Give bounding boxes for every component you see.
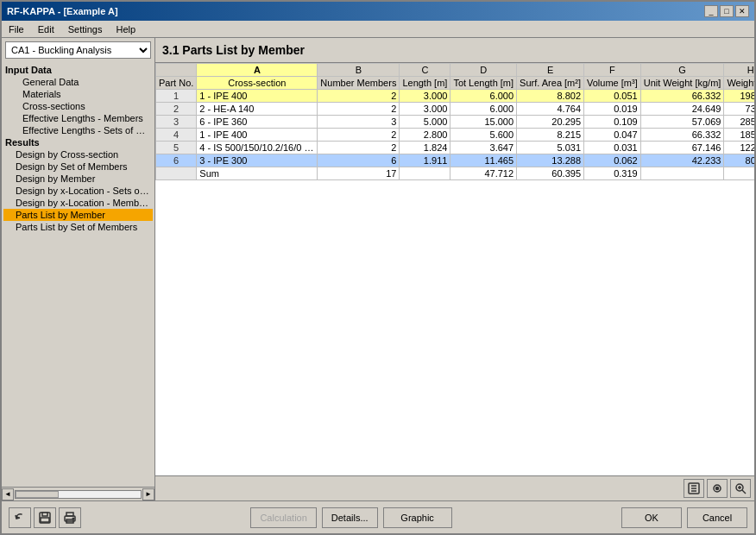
parts-table: A B C D E F G H I Part No. Cross-s xyxy=(155,63,754,180)
cell-tot-length: 5.600 xyxy=(450,129,517,142)
menu-settings[interactable]: Settings xyxy=(65,23,106,35)
cell-tot-length: 3.647 xyxy=(450,142,517,154)
col-header-e: E xyxy=(517,64,584,77)
subheader-volume: Volume [m³] xyxy=(584,77,641,90)
cell-volume: 0.019 xyxy=(584,103,641,116)
svg-point-16 xyxy=(72,518,74,519)
cell-volume: 0.047 xyxy=(584,129,641,142)
menu-file[interactable]: File xyxy=(5,23,28,35)
cell-sum-surf-area: 60.395 xyxy=(517,167,584,180)
subheader-surf-area: Surf. Area [m²] xyxy=(517,77,584,90)
cell-cross-section: 2 - HE-A 140 xyxy=(197,103,318,116)
section-results: Results xyxy=(3,136,153,148)
cell-unit-weight: 67.146 xyxy=(640,142,724,154)
bottom-bar: Calculation Details... Graphic OK Cancel xyxy=(2,500,754,533)
col-header-g: G xyxy=(640,64,724,77)
sidebar-item-design-cross-section[interactable]: Design by Cross-section xyxy=(3,148,153,160)
sidebar-scrollbar: ◄ ► xyxy=(2,487,154,500)
ok-button[interactable]: OK xyxy=(621,507,682,528)
cancel-button[interactable]: Cancel xyxy=(687,507,747,528)
cell-sum-tot-length: 47.712 xyxy=(450,167,517,180)
subheader-length: Length [m] xyxy=(400,77,450,90)
cell-unit-weight: 66.332 xyxy=(640,90,724,103)
details-button[interactable]: Details... xyxy=(322,507,378,528)
sum-row: Sum 17 47.712 60.395 0.319 2502.470 xyxy=(156,167,755,180)
minimize-button[interactable]: _ xyxy=(704,5,718,17)
toolbar-btn-view[interactable] xyxy=(707,479,728,498)
scroll-right-btn[interactable]: ► xyxy=(142,488,154,500)
cell-weight: 80.698 xyxy=(724,154,754,167)
col-header-row-num xyxy=(156,64,197,77)
col-header-d: D xyxy=(450,64,517,77)
cell-length: 5.000 xyxy=(400,116,450,129)
cell-length: 1.911 xyxy=(400,154,450,167)
subheader-weight: Weight [kg] xyxy=(724,77,754,90)
cell-members: 2 xyxy=(318,103,400,116)
cell-sum-length xyxy=(400,167,450,180)
cell-row-num: 5 xyxy=(156,142,197,154)
cell-surf-area: 8.802 xyxy=(517,90,584,103)
cell-row-num: 3 xyxy=(156,116,197,129)
cell-members: 2 xyxy=(318,129,400,142)
svg-rect-11 xyxy=(42,513,47,516)
bottom-right-buttons: OK Cancel xyxy=(621,507,747,528)
subheader-number-members: Number Members xyxy=(318,77,400,90)
case-selector[interactable]: CA1 - Buckling Analysis xyxy=(5,41,151,59)
cell-cross-section: 1 - IPE 400 xyxy=(197,129,318,142)
menu-edit[interactable]: Edit xyxy=(35,23,58,35)
col-header-h: H xyxy=(724,64,754,77)
calculation-button[interactable]: Calculation xyxy=(250,507,316,528)
main-window: RF-KAPPA - [Example A] _ □ ✕ File Edit S… xyxy=(0,0,756,535)
cell-row-num: 6 xyxy=(156,154,197,167)
maximize-button[interactable]: □ xyxy=(720,5,734,17)
close-button[interactable]: ✕ xyxy=(735,5,749,17)
cell-volume: 0.031 xyxy=(584,142,641,154)
sidebar-dropdown: CA1 - Buckling Analysis xyxy=(5,41,151,59)
table-row: 3 6 - IPE 360 3 5.000 15.000 20.295 0.10… xyxy=(156,116,755,129)
cell-surf-area: 4.764 xyxy=(517,103,584,116)
menu-help[interactable]: Help xyxy=(112,23,139,35)
svg-line-7 xyxy=(742,490,746,494)
toolbar-btn-list[interactable] xyxy=(684,479,704,498)
cell-length: 2.800 xyxy=(400,129,450,142)
cell-sum-members: 17 xyxy=(318,167,400,180)
cell-unit-weight: 66.332 xyxy=(640,129,724,142)
cell-tot-length: 15.000 xyxy=(450,116,517,129)
svg-rect-12 xyxy=(41,518,49,522)
sidebar-item-cross-sections[interactable]: Cross-sections xyxy=(3,100,153,112)
cell-surf-area: 20.295 xyxy=(517,116,584,129)
cell-row-num: 1 xyxy=(156,90,197,103)
toolbar-btn-zoom[interactable] xyxy=(730,479,751,498)
sidebar-item-eff-lengths-members[interactable]: Effective Lengths - Members xyxy=(3,112,153,124)
sidebar-item-general-data[interactable]: General Data xyxy=(3,76,153,88)
col-header-c: C xyxy=(400,64,450,77)
scroll-left-btn[interactable]: ◄ xyxy=(2,488,14,500)
sidebar-item-design-set-members[interactable]: Design by Set of Members xyxy=(3,160,153,173)
sidebar-item-materials[interactable]: Materials xyxy=(3,88,153,100)
cell-unit-weight: 57.069 xyxy=(640,116,724,129)
sidebar-item-parts-list-sets[interactable]: Parts List by Set of Members xyxy=(3,221,153,233)
cell-members: 6 xyxy=(318,154,400,167)
main-content: CA1 - Buckling Analysis Input Data Gener… xyxy=(2,38,754,500)
cell-sum-weight xyxy=(724,167,754,180)
cell-weight: 122.442 xyxy=(724,142,754,154)
sidebar-item-parts-list-member[interactable]: Parts List by Member xyxy=(3,209,153,221)
bottom-center-buttons: Calculation Details... Graphic xyxy=(86,507,616,528)
print-button[interactable] xyxy=(59,507,81,528)
cell-volume: 0.109 xyxy=(584,116,641,129)
undo-button[interactable] xyxy=(9,507,31,528)
sidebar-item-design-xloc-sets[interactable]: Design by x-Location - Sets of M... xyxy=(3,185,153,197)
table-row: 4 1 - IPE 400 2 2.800 5.600 8.215 0.047 … xyxy=(156,129,755,142)
save-button[interactable] xyxy=(34,507,56,528)
col-header-f: F xyxy=(584,64,641,77)
content-title: 3.1 Parts List by Member xyxy=(155,38,754,63)
sidebar-item-design-member[interactable]: Design by Member xyxy=(3,173,153,185)
sidebar-item-eff-lengths-sets[interactable]: Effective Lengths - Sets of Mem... xyxy=(3,124,153,136)
scroll-thumb[interactable] xyxy=(16,491,59,498)
cell-length: 3.000 xyxy=(400,90,450,103)
sidebar: CA1 - Buckling Analysis Input Data Gener… xyxy=(2,38,155,500)
cell-sum-volume: 0.319 xyxy=(584,167,641,180)
graphic-button[interactable]: Graphic xyxy=(383,507,452,528)
window-title: RF-KAPPA - [Example A] xyxy=(7,6,118,16)
sidebar-item-design-xloc-member[interactable]: Design by x-Location - Member... xyxy=(3,197,153,209)
